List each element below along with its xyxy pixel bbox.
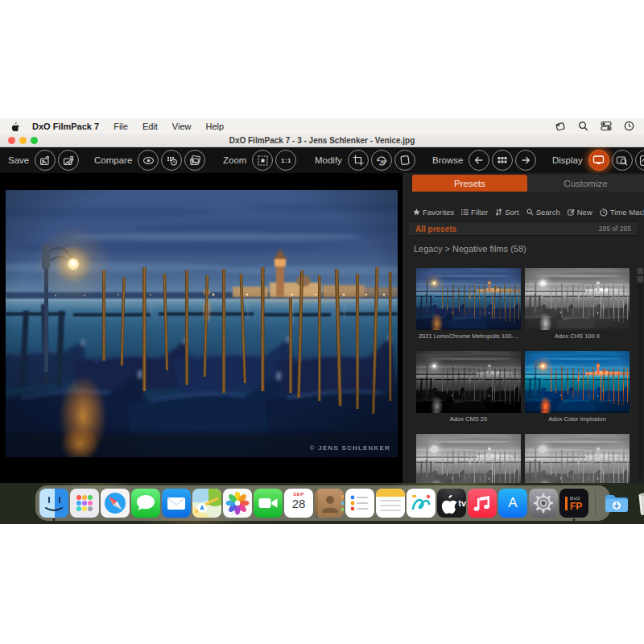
all-presets-label: All presets xyxy=(415,225,456,233)
menu-view[interactable]: View xyxy=(172,122,192,131)
clock-icon[interactable] xyxy=(624,121,634,131)
dock-separator xyxy=(595,490,596,517)
image-browser-button[interactable] xyxy=(492,150,513,171)
dock-system-settings[interactable] xyxy=(529,489,558,518)
time-machine-button[interactable]: Time Machine xyxy=(600,208,644,217)
screen-capture-icon[interactable] xyxy=(555,121,566,132)
dock-calendar[interactable]: SEP 28 xyxy=(284,489,313,518)
display-label: Display xyxy=(552,155,583,165)
dock-trash[interactable] xyxy=(633,489,644,518)
preset-actions-bar: Favorites Filter Sort Search New xyxy=(413,206,639,218)
dock-photos[interactable] xyxy=(223,489,252,518)
next-image-button[interactable] xyxy=(515,150,536,171)
all-presets-row[interactable]: All presets 285 of 285 xyxy=(409,221,638,236)
dock-downloads[interactable] xyxy=(602,489,631,518)
preset-thumbnail[interactable] xyxy=(525,434,630,483)
preset-item[interactable] xyxy=(525,434,630,483)
dock-freeform[interactable] xyxy=(407,489,436,518)
spotlight-icon[interactable] xyxy=(578,121,588,131)
filter-button[interactable]: Filter xyxy=(461,208,488,217)
preset-item[interactable]: Adox CMS 20 xyxy=(416,351,521,423)
tab-customize[interactable]: Customize xyxy=(527,175,644,192)
zoom-100-button[interactable]: 1:1 xyxy=(275,150,296,171)
preset-name: Adox Color Implosion xyxy=(525,415,630,423)
preset-thumbnail[interactable] xyxy=(416,434,521,483)
browse-group: Browse xyxy=(432,147,536,173)
menu-edit[interactable]: Edit xyxy=(142,122,158,131)
compare-snapshot-button[interactable] xyxy=(161,150,182,171)
main-photo[interactable]: © JENS SCHLENKER xyxy=(6,190,398,457)
browse-label: Browse xyxy=(432,155,463,165)
compare-group: Compare xyxy=(94,147,205,173)
preset-thumbnail[interactable] xyxy=(416,351,521,413)
frame-button[interactable] xyxy=(394,150,415,171)
preset-thumbnail[interactable] xyxy=(416,268,521,330)
dock-app-store[interactable]: A xyxy=(498,489,527,518)
preset-thumbnail[interactable] xyxy=(525,351,630,413)
dock-dxo-filmpack[interactable]: DxO FP xyxy=(559,489,588,518)
scroll-down-button[interactable] xyxy=(638,276,643,283)
previous-image-button[interactable] xyxy=(469,150,489,171)
new-preset-button[interactable]: New xyxy=(568,208,592,217)
dock-messages[interactable] xyxy=(131,489,160,518)
preset-item[interactable]: Adox CHS 100 II xyxy=(525,268,630,340)
control-center-icon[interactable] xyxy=(601,121,612,131)
dock-music[interactable] xyxy=(468,489,497,518)
dock-maps[interactable] xyxy=(192,489,221,518)
window-title: DxO FilmPack 7 - 3 - Jens Schlenker - Ve… xyxy=(229,136,415,145)
menu-app-name[interactable]: DxO FilmPack 7 xyxy=(32,122,99,131)
menu-help[interactable]: Help xyxy=(206,122,225,131)
sort-button[interactable]: Sort xyxy=(495,208,518,217)
dxo-running-indicator xyxy=(573,518,576,521)
presets-scrollbar[interactable] xyxy=(638,268,643,479)
tab-presets[interactable]: Presets xyxy=(412,175,527,192)
scroll-up-button[interactable] xyxy=(638,268,643,275)
menu-file[interactable]: File xyxy=(114,122,128,131)
calendar-day: 28 xyxy=(292,497,306,510)
favorites-button[interactable]: Favorites xyxy=(413,208,454,217)
dock-launchpad[interactable] xyxy=(70,489,99,518)
crop-button[interactable] xyxy=(348,150,369,171)
dock-notes[interactable] xyxy=(376,489,405,518)
display-group: Display xyxy=(552,147,644,173)
minimize-window-button[interactable] xyxy=(19,137,27,144)
app-toolbar: Save Compare Zoom 1:1 xyxy=(0,147,644,173)
display-screen-button[interactable] xyxy=(588,150,609,171)
window-title-bar[interactable]: DxO FilmPack 7 - 3 - Jens Schlenker - Ve… xyxy=(0,134,644,147)
dock-mail[interactable] xyxy=(162,489,191,518)
rotate-90-button[interactable]: 90° xyxy=(371,150,392,171)
display-loupe-button[interactable] xyxy=(612,150,633,171)
dock-finder[interactable] xyxy=(39,489,68,518)
export-image-button[interactable] xyxy=(35,150,56,171)
dock: SEP 28 tv A DxO F xyxy=(35,485,610,521)
close-window-button[interactable] xyxy=(8,137,15,144)
zoom-window-button[interactable] xyxy=(31,137,38,144)
compare-preview-button[interactable] xyxy=(138,150,159,171)
photo-watermark: © JENS SCHLENKER xyxy=(310,444,390,452)
compare-gallery-button[interactable] xyxy=(184,150,205,171)
preset-section-title: Legacy > Negative films (58) xyxy=(414,244,526,254)
preset-item[interactable]: 2021 LomoChrome Metropolis 100-... xyxy=(416,268,521,340)
display-curve-button[interactable] xyxy=(635,150,644,171)
dxo-logo-main: FP xyxy=(570,501,582,512)
dock-safari[interactable] xyxy=(101,489,130,518)
preset-item[interactable]: Adox Color Implosion xyxy=(525,351,630,423)
compare-label: Compare xyxy=(94,155,132,165)
dock-apple-tv[interactable]: tv xyxy=(437,489,466,518)
dock-facetime[interactable] xyxy=(254,489,283,518)
apple-menu-icon[interactable] xyxy=(10,121,19,132)
image-viewer[interactable]: © JENS SCHLENKER xyxy=(0,173,402,483)
export-edited-button[interactable] xyxy=(58,150,79,171)
preset-item[interactable] xyxy=(416,434,521,483)
preset-thumbnail[interactable] xyxy=(525,268,630,330)
panel-tabs: Presets Customize xyxy=(412,175,644,192)
zoom-fit-button[interactable] xyxy=(252,150,273,171)
zoom-label: Zoom xyxy=(223,155,246,165)
finder-running-indicator xyxy=(53,518,56,521)
zoom-group: Zoom 1:1 xyxy=(223,147,296,173)
presets-panel: Presets Customize Favorites Filter Sort xyxy=(402,173,644,483)
dock-contacts[interactable] xyxy=(315,489,344,518)
dock-reminders[interactable] xyxy=(345,489,374,518)
search-button[interactable]: Search xyxy=(526,208,560,217)
save-label: Save xyxy=(8,155,29,165)
